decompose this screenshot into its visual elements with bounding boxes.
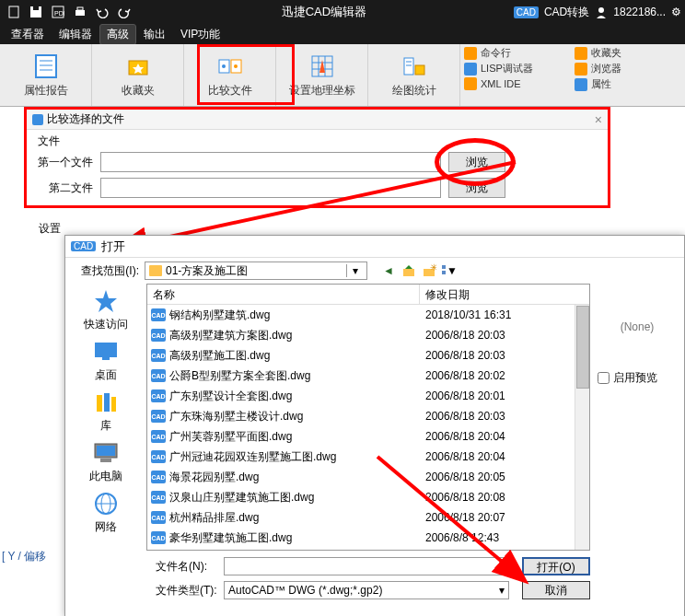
chevron-down-icon: ▾ [499,560,505,573]
svg-marker-31 [405,265,412,269]
back-icon[interactable]: ◄ [380,262,397,279]
cad-file-icon: CAD [151,349,166,362]
table-row[interactable]: CAD钢结构别墅建筑.dwg2018/10/31 16:31 [147,305,589,325]
ribbon-compare[interactable]: 比较文件 [184,44,276,106]
ribbon-fav2[interactable]: 收藏夹 [575,46,650,60]
open-title-icon: CAD [71,241,96,251]
open-dialog: CAD 打开 查找范围(I): 01-方案及施工图 ▾ ◄ ✳ ▼ 快速访问 [64,235,685,616]
svg-rect-43 [111,397,116,412]
cad-badge: CAD [514,6,539,18]
menu-viewer[interactable]: 查看器 [4,24,52,45]
ribbon-props[interactable]: 属性 [575,77,650,91]
open-button[interactable]: 打开(O) [522,557,590,575]
table-row[interactable]: CAD广东珠海别墅主楼设计.dwg2006/8/18 20:03 [147,406,589,426]
filetype-dropdown[interactable]: AutoCAD™ DWG (*.dwg;*.gp2)▾ [224,581,509,599]
props-icon [575,78,587,91]
menu-vip[interactable]: VIP功能 [173,24,227,45]
svg-point-16 [222,64,226,68]
enable-preview-checkbox[interactable]: 启用预览 [598,370,677,386]
menu-advanced[interactable]: 高级 [99,24,136,45]
filename-label: 文件名(N): [156,559,218,575]
ribbon-favorites[interactable]: 收藏夹 [92,44,184,106]
file-list[interactable]: 名称 修改日期 CAD钢结构别墅建筑.dwg2018/10/31 16:31CA… [146,284,590,551]
settings-icon[interactable]: ⚙ [671,6,681,18]
ribbon-attr-report[interactable]: 属性报告 [0,44,92,106]
file2-label: 第二文件 [38,180,93,196]
print-icon[interactable] [70,2,90,22]
table-row[interactable]: CAD豪华别墅建筑施工图.dwg2006/8/8 12:43 [147,528,589,548]
sidebar-library[interactable]: 库 [89,389,122,434]
user-icon [595,6,608,18]
menu-editor[interactable]: 编辑器 [52,24,99,45]
menu-output[interactable]: 输出 [136,24,173,45]
scrollbar[interactable] [575,305,589,550]
table-row[interactable]: CAD杭州精品排屋.dwg2006/8/18 20:07 [147,507,589,528]
svg-rect-39 [95,343,117,357]
cad-convert-button[interactable]: CAD转换 [544,5,589,20]
cad-file-icon: CAD [151,531,166,544]
browse2-button[interactable]: 浏览 [448,178,505,198]
newfolder-icon[interactable]: ✳ [421,262,437,279]
table-row[interactable]: CAD汉泉山庄别墅建筑施工图.dwg2006/8/18 20:08 [147,487,589,507]
ribbon-browser[interactable]: 浏览器 [575,62,650,76]
cad-file-icon: CAD [151,471,166,483]
sidebar-network[interactable]: 网络 [89,490,122,535]
sidebar-thispc[interactable]: 此电脑 [89,439,122,484]
table-row[interactable]: CAD公爵B型别墅方案全套图.dwg2006/8/18 20:02 [147,366,589,386]
svg-rect-41 [97,395,102,412]
table-row[interactable]: CAD高级别墅施工图.dwg2006/8/18 20:03 [147,345,589,366]
folder-icon [149,265,162,276]
svg-rect-46 [100,459,111,462]
folder-dropdown[interactable]: 01-方案及施工图 ▾ [145,262,367,280]
menubar: 查看器 编辑器 高级 输出 VIP功能 [0,24,685,44]
up-icon[interactable] [401,262,417,279]
table-row[interactable]: CAD广东别墅设计全套图.dwg2006/8/18 20:01 [147,386,589,406]
ribbon-stats[interactable]: 绘图统计 [368,44,460,106]
ribbon-cmdline[interactable]: 命令行 [464,46,567,60]
browse1-button[interactable]: 浏览 [448,152,505,172]
col-date[interactable]: 修改日期 [420,285,589,304]
table-row[interactable]: CAD广州冠迪花园双连别墅施工图.dwg2006/8/18 20:04 [147,447,589,467]
workspace: 比较选择的文件 × 文件 第一个文件 浏览 第二文件 浏览 设置 [0,107,685,616]
filename-input[interactable]: ▾ [224,557,509,575]
status-coord: [ Y / 偏移 [2,549,46,564]
table-row[interactable]: CAD高级别墅建筑方案图.dwg2006/8/18 20:03 [147,325,589,345]
preview-pane: (None) 启用预览 [594,284,680,551]
svg-rect-0 [9,6,18,17]
save-icon[interactable] [26,2,46,22]
file1-input[interactable] [100,152,441,172]
sidebar-desktop[interactable]: 桌面 [89,338,122,383]
fav2-icon [575,47,587,60]
svg-point-17 [234,64,238,68]
table-row[interactable]: CAD海景花园别墅.dwg2006/8/18 20:05 [147,467,589,487]
close-icon[interactable]: × [595,112,602,127]
cad-file-icon: CAD [151,329,166,342]
table-row[interactable]: CAD广州芙蓉别墅平面图.dwg2006/8/18 20:04 [147,426,589,447]
svg-text:✳: ✳ [430,263,436,273]
undo-icon[interactable] [92,2,112,22]
svg-rect-45 [97,446,115,456]
cad-file-icon: CAD [151,308,166,321]
chevron-down-icon: ▾ [346,264,363,277]
ribbon-xmlide[interactable]: XML IDE [464,77,567,90]
cad-file-icon: CAD [151,389,166,402]
cancel-button[interactable]: 取消 [522,581,590,599]
app-title: 迅捷CAD编辑器 [134,4,514,20]
file1-label: 第一个文件 [38,155,93,170]
svg-rect-2 [33,6,39,10]
sidebar-quickaccess[interactable]: 快速访问 [84,287,128,332]
new-icon[interactable] [4,2,24,22]
redo-icon[interactable] [114,2,134,22]
svg-rect-25 [415,65,424,75]
ribbon-lisp[interactable]: LISP调试器 [464,62,567,76]
ribbon-geo[interactable]: 设置地理坐标 [276,44,368,106]
export-icon[interactable]: PDF [48,2,68,22]
file2-input[interactable] [100,178,441,198]
col-name[interactable]: 名称 [147,285,420,304]
viewmode-icon[interactable]: ▼ [441,262,458,279]
cad-file-icon: CAD [151,491,166,504]
svg-rect-40 [102,357,110,360]
user-label[interactable]: 1822186... [613,6,666,18]
ribbon: 属性报告 收藏夹 比较文件 设置地理坐标 绘图统计 命令行 LISP调试器 XM… [0,44,685,107]
svg-marker-38 [95,290,117,312]
